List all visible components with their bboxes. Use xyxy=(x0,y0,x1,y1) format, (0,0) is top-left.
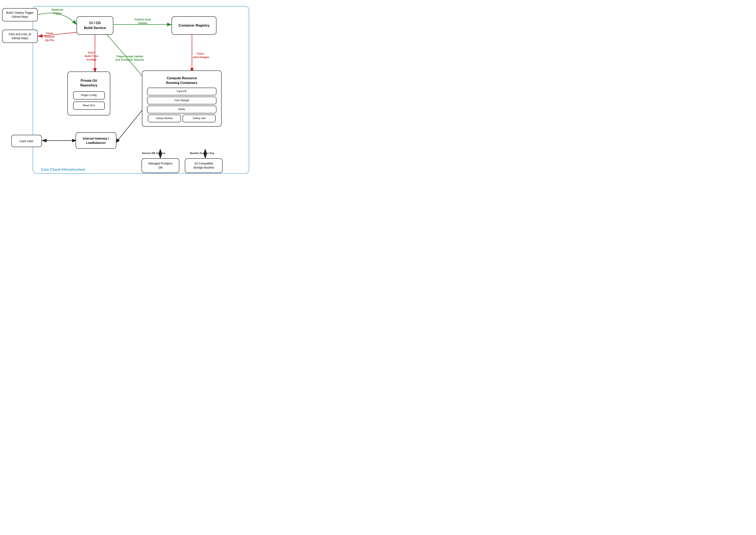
webhook-label: WebhookTrigger xyxy=(51,8,63,15)
fetch-build-time-label: FetchBuild TimeConfigs xyxy=(85,51,98,62)
fetch-latest-label: FetchLatest Images xyxy=(192,52,209,59)
care-user-box: Care User xyxy=(11,135,42,147)
managed-postgres-box: Managed PostgresDB xyxy=(142,158,179,173)
bucket-key-label: Bucket Access Key xyxy=(190,152,214,155)
build-trigger-box: Build / Deploy TriggerGitHub Repo xyxy=(2,8,38,21)
compute-resource-label: Compute ResourceRunning Containers xyxy=(145,76,219,85)
publish-built-label: Publish BuiltImages xyxy=(135,18,151,25)
celery-worker-box: Celery-Worker xyxy=(148,115,181,122)
cicd-box: CI / CDBuild Service xyxy=(77,16,113,35)
internet-gateway-box: Internet Gateway /Loadbalancer xyxy=(75,132,117,149)
care-django-box: Care-Django xyxy=(147,97,216,104)
container-registry-box: Container Registry xyxy=(172,16,216,35)
plugin-config-box: Plugin Config xyxy=(73,91,105,99)
compute-resource-box: Compute ResourceRunning Containers Care-… xyxy=(142,70,222,127)
care-fe-box: Care-FE xyxy=(147,88,216,96)
private-git-label: Private GitRepository xyxy=(70,78,107,88)
celery-job-box: Celery-Job xyxy=(182,115,216,122)
trigger-image-label: Trigger Image Updateand Container Rebuil… xyxy=(115,55,144,62)
secure-db-label: Secure DB Access xyxy=(142,152,165,155)
fetch-release-label: FetchReleaseZip File xyxy=(44,32,55,42)
react-env-box: React Env xyxy=(73,101,105,110)
private-git-box: Private GitRepository Plugin Config Reac… xyxy=(68,71,110,115)
cloud-label: Care Cloud Infrastructure xyxy=(41,167,85,172)
architecture-diagram: Care Cloud Infrastructure xyxy=(0,0,253,178)
care-repo-box: Care and Care_feGitHub Repo xyxy=(2,30,38,43)
redis-box: Redis xyxy=(147,106,216,113)
s3-buckets-box: S3 CompatibleStorage Buckets xyxy=(185,158,223,173)
